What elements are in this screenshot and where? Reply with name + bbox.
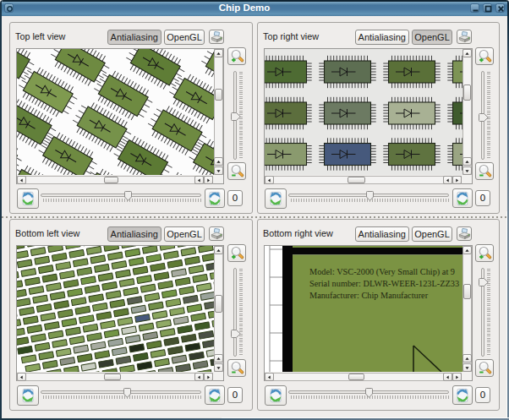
svg-text:Model: VSC-2000 (Very Small Ch: Model: VSC-2000 (Very Small Chip) at 9 — [309, 267, 455, 277]
svg-text:Serial number: DLWR-WEER-123L-: Serial number: DLWR-WEER-123L-ZZ33 — [309, 279, 459, 288]
svg-text:Manufacturer: Chip Manufacture: Manufacturer: Chip Manufacturer — [309, 291, 429, 300]
